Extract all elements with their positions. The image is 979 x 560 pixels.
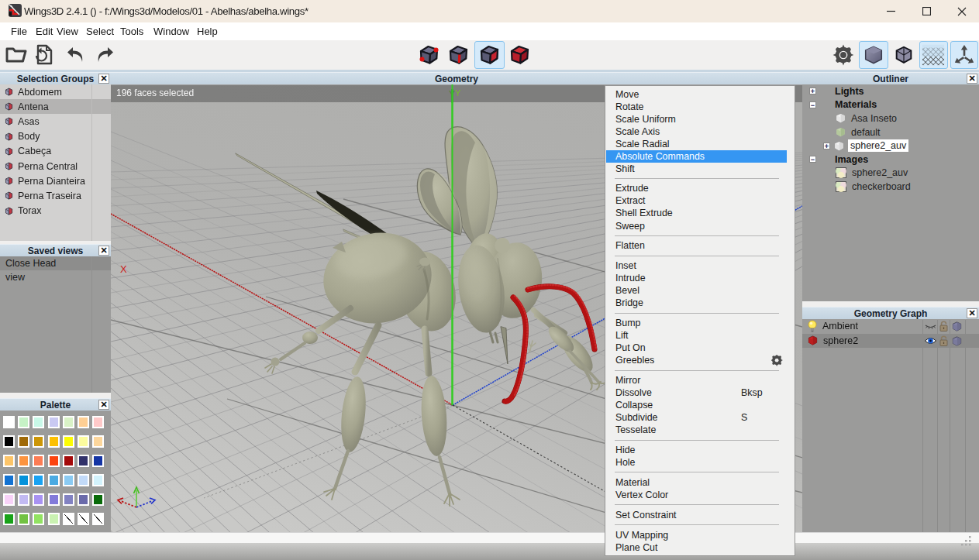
svg-text:X: X <box>120 263 127 275</box>
svg-text:Y: Y <box>455 88 461 98</box>
